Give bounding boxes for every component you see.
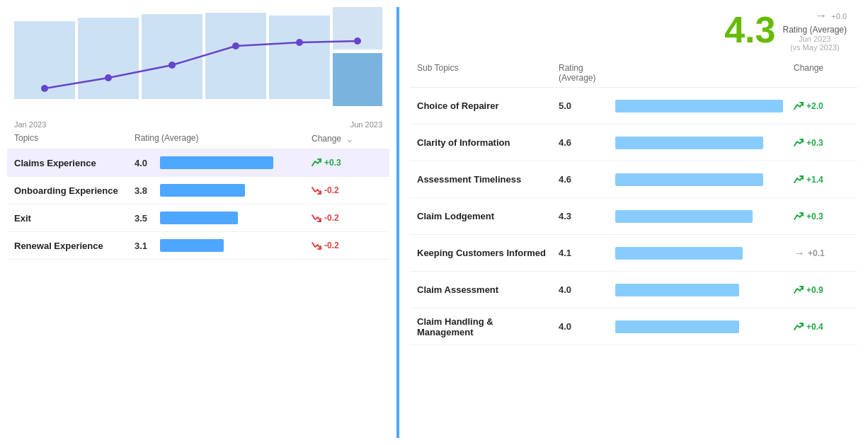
subtable-row[interactable]: Claim Assessment 4.0 +0.9 — [410, 272, 857, 308]
change-value: +0.3 — [806, 212, 823, 221]
rating-big-value: 4.3 — [724, 11, 775, 48]
svg-rect-4 — [269, 16, 330, 99]
rating-trend: → +0.0 — [783, 8, 847, 23]
subtable-row[interactable]: Claim Handling & Management 4.0 +0.4 — [410, 308, 857, 345]
subtable-row[interactable]: Assessment Timeliness 4.6 +1.4 — [410, 161, 857, 198]
sub-rating-value: 4.6 — [559, 137, 615, 148]
change-value: +0.9 — [806, 285, 823, 295]
rating-value: 4.0 — [135, 158, 154, 168]
svg-point-8 — [105, 74, 112, 81]
sub-rating-value: 4.0 — [559, 321, 615, 332]
rating-value: 3.1 — [135, 241, 154, 251]
sub-bar — [615, 284, 739, 296]
bar-container — [160, 184, 302, 197]
rating-cell: 3.1 — [135, 239, 312, 252]
sub-bar — [615, 137, 763, 149]
rating-cell: 3.5 — [135, 212, 312, 224]
line-chart — [14, 7, 382, 113]
trend-change-value: +0.0 — [831, 12, 847, 21]
topics-table-header: Topics Rating (Average) Change ⌄ — [7, 129, 389, 149]
rating-period: Jun 2023 — [783, 35, 847, 43]
table-row[interactable]: Claims Experience 4.0 +0.3 — [7, 149, 389, 177]
svg-rect-2 — [142, 14, 202, 99]
subtopics-header: Sub Topics Rating (Average) Change — [410, 59, 857, 88]
table-row[interactable]: Exit 3.5 -0.2 — [7, 204, 389, 232]
bar — [160, 239, 224, 252]
svg-rect-3 — [205, 13, 266, 99]
svg-point-9 — [169, 62, 176, 69]
svg-rect-1 — [78, 18, 139, 99]
sub-bar-container — [615, 320, 794, 333]
trend-down-icon — [312, 241, 321, 250]
sub-bar-container — [615, 137, 794, 149]
bar-container — [160, 156, 302, 169]
change-value: +2.0 — [806, 101, 823, 111]
col-subtopic-label: Sub Topics — [417, 63, 559, 83]
subtable-row[interactable]: Choice of Repairer 5.0 +2.0 — [410, 88, 857, 125]
right-panel: 4.3 → +0.0 Rating (Average) Jun 2023 (vs… — [399, 0, 868, 445]
trend-arrow-icon: → — [814, 8, 827, 23]
change-cell: -0.2 — [312, 185, 382, 195]
sub-rating-value: 4.0 — [559, 284, 615, 295]
change-cell: -0.2 — [312, 213, 382, 223]
trend-up-icon — [794, 101, 804, 111]
trend-down-icon — [312, 213, 321, 223]
topic-name: Claims Experience — [14, 158, 135, 168]
subtable-row[interactable]: Clarity of Information 4.6 +0.3 — [410, 125, 857, 161]
sub-rating-value: 4.3 — [559, 211, 615, 221]
sub-rating-value: 4.6 — [559, 174, 615, 185]
sub-bar — [615, 100, 783, 112]
change-value: -0.2 — [324, 185, 339, 195]
rating-label: Rating (Average) — [783, 25, 847, 35]
chart-label-jun: Jun 2023 — [350, 120, 382, 129]
sort-icon[interactable]: ⌄ — [346, 133, 354, 144]
svg-point-10 — [232, 42, 239, 50]
sub-bar-container — [615, 100, 794, 112]
bar — [160, 212, 238, 224]
sub-bar — [615, 210, 753, 223]
rating-summary: 4.3 → +0.0 Rating (Average) Jun 2023 (vs… — [724, 7, 847, 52]
bar — [160, 184, 245, 197]
subtopic-name: Claim Assessment — [417, 284, 559, 295]
col-sub-rating-label: Rating (Average) — [559, 63, 615, 83]
change-cell: → +0.1 — [794, 247, 850, 260]
chart-label-jan: Jan 2023 — [14, 120, 46, 129]
table-row[interactable]: Renewal Experience 3.1 -0.2 — [7, 232, 389, 260]
change-value: +0.1 — [808, 248, 825, 258]
sub-bar-container — [615, 210, 794, 223]
subtopic-name: Choice of Repairer — [417, 100, 559, 111]
svg-point-12 — [354, 37, 361, 45]
change-cell: +0.4 — [794, 322, 850, 332]
col-rating-label: Rating (Average) — [135, 133, 312, 144]
chart-area — [0, 0, 396, 120]
trend-up-icon — [794, 322, 804, 332]
trend-up-icon — [794, 138, 804, 148]
sub-bar-container — [615, 247, 794, 260]
change-value: -0.2 — [324, 241, 339, 250]
subtable-row[interactable]: Claim Lodgement 4.3 +0.3 — [410, 198, 857, 235]
subtable-row[interactable]: Keeping Customers Informed 4.1 → +0.1 — [410, 235, 857, 272]
change-cell: +0.3 — [794, 138, 850, 148]
topic-name: Renewal Experience — [14, 241, 135, 251]
rating-cell: 4.0 — [135, 156, 312, 169]
sub-bar — [615, 320, 739, 333]
sub-rating-value: 5.0 — [559, 100, 615, 111]
sub-bar-container — [615, 284, 794, 296]
trend-up-icon — [794, 212, 804, 221]
col-change-label: Change ⌄ — [312, 133, 382, 144]
subtopic-name: Clarity of Information — [417, 137, 559, 148]
topic-name: Exit — [14, 213, 135, 224]
subtopic-name: Assessment Timeliness — [417, 174, 559, 185]
change-value: +0.3 — [324, 158, 341, 168]
trend-up-icon — [312, 158, 321, 168]
subtopic-name: Keeping Customers Informed — [417, 248, 559, 258]
svg-rect-6 — [333, 53, 382, 106]
rating-value: 3.5 — [135, 213, 154, 224]
svg-point-11 — [296, 39, 303, 46]
change-value: +1.4 — [806, 175, 823, 185]
bar-container — [160, 212, 302, 224]
col-sub-change-label: Change — [794, 63, 850, 83]
table-row[interactable]: Onboarding Experience 3.8 -0.2 — [7, 177, 389, 204]
change-cell: +1.4 — [794, 175, 850, 185]
trend-up-icon — [794, 175, 804, 185]
